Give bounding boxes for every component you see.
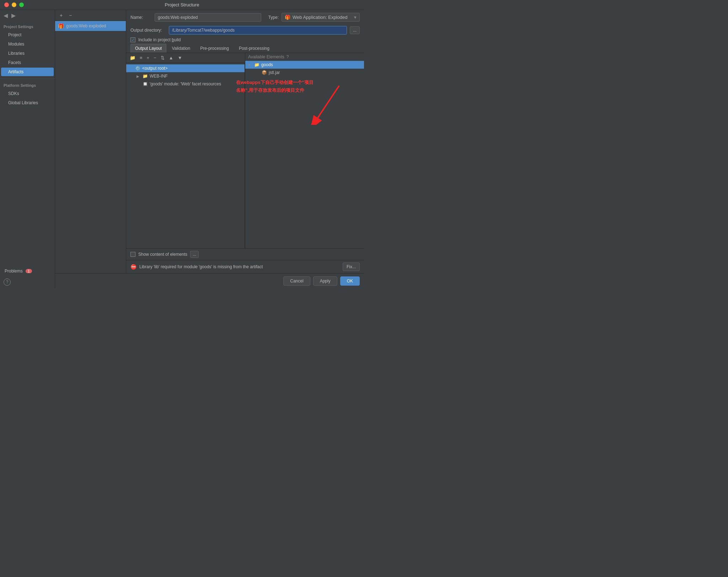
show-content-browse-button[interactable]: ...: [190, 251, 199, 258]
type-label: Type:: [268, 15, 279, 20]
output-dir-input[interactable]: [169, 26, 347, 35]
sidebar-item-modules[interactable]: Modules: [1, 40, 54, 48]
move-up-button[interactable]: ▲: [167, 54, 175, 61]
elements-panel: 📁 ≡ + − ⇅ ▲ ▼ ⚙️ <output: [126, 53, 364, 248]
sidebar-item-project[interactable]: Project: [1, 31, 54, 39]
show-content-label: Show content of elements: [138, 252, 187, 257]
include-checkbox-row: ✓ Include in project build: [126, 36, 364, 44]
show-content-checkbox[interactable]: [130, 252, 135, 257]
remove-artifact-button[interactable]: −: [66, 11, 74, 19]
ok-button[interactable]: OK: [340, 276, 360, 286]
include-checkbox[interactable]: ✓: [130, 37, 135, 42]
list-view-button[interactable]: ≡: [138, 54, 144, 61]
title-bar: Project Structure: [0, 0, 364, 10]
sidebar-nav: ◀ ▶: [0, 10, 55, 22]
name-label: Name:: [130, 15, 152, 20]
tree-item-output-root[interactable]: ⚙️ <output root>: [126, 64, 245, 72]
minimize-button[interactable]: [12, 2, 16, 7]
tree-item-jstl-jar[interactable]: 📦 jstl.jar: [245, 69, 364, 76]
dialog-buttons: Cancel Apply OK: [55, 273, 364, 288]
arrow-down-icon: ▾: [248, 63, 252, 67]
jar-icon: 📦: [262, 70, 267, 75]
tree-item-goods[interactable]: ▾ 📁 goods: [245, 61, 364, 69]
error-bar: ⛔ Library 'lib' required for module 'goo…: [126, 260, 364, 273]
goods-folder-icon: 📁: [254, 62, 259, 67]
titlebar-buttons: [4, 2, 24, 7]
annotation-container: 在webapps下自己手动创建一个"项目 名称",用于存放发布后的项目文件: [307, 82, 350, 126]
window-title: Project Structure: [165, 2, 199, 7]
tree-item-web-inf[interactable]: ▶ 📁 WEB-INF: [126, 72, 245, 80]
tab-post-processing[interactable]: Post-processing: [234, 44, 274, 53]
type-icon: 🎁: [285, 15, 290, 20]
right-tree-panel: Available Elements ? ▾ 📁 goods: [245, 53, 364, 248]
folder-view-button[interactable]: 📁: [128, 54, 137, 61]
type-value: Web Application: Exploded: [293, 15, 347, 20]
top-split: + − 🎁 goods:Web exploded Name: Type: 🎁: [55, 10, 364, 273]
tab-output-layout[interactable]: Output Layout: [130, 44, 166, 53]
name-row: Name: Type: 🎁 Web Application: Exploded …: [126, 10, 364, 25]
left-tree: ⚙️ <output root> ▶ 📁 WEB-INF: [126, 63, 245, 248]
move-down-button[interactable]: ▼: [176, 54, 184, 61]
sidebar-item-libraries[interactable]: Libraries: [1, 49, 54, 58]
artifact-column: + − 🎁 goods:Web exploded: [55, 10, 126, 273]
error-message: Library 'lib' required for module 'goods…: [139, 264, 340, 269]
output-dir-browse-button[interactable]: ...: [350, 26, 360, 34]
resource-icon: 🔲: [143, 81, 148, 86]
artifact-toolbar: + −: [55, 10, 126, 21]
center-panel: + − 🎁 goods:Web exploded Name: Type: 🎁: [55, 10, 364, 288]
error-icon: ⛔: [130, 264, 136, 270]
remove-element-button[interactable]: −: [152, 54, 158, 61]
chevron-down-icon: ▾: [354, 15, 357, 20]
folder-icon: 📁: [143, 74, 148, 79]
svg-line-1: [318, 86, 339, 118]
sidebar: ◀ ▶ Project Settings Project Modules Lib…: [0, 10, 55, 288]
sidebar-item-facets[interactable]: Facets: [1, 58, 54, 67]
tab-validation[interactable]: Validation: [167, 44, 195, 53]
artifact-item-label: goods:Web exploded: [66, 23, 106, 28]
project-settings-header: Project Settings: [0, 22, 55, 30]
left-panel-toolbar: 📁 ≡ + − ⇅ ▲ ▼: [126, 53, 245, 63]
maximize-button[interactable]: [19, 2, 24, 7]
show-content-section: Show content of elements ...: [126, 248, 364, 260]
sidebar-divider: [0, 79, 55, 79]
artifact-icon: 🎁: [58, 23, 64, 29]
add-artifact-button[interactable]: +: [57, 11, 65, 19]
check-icon: ✓: [132, 38, 135, 42]
red-arrow-svg: [307, 82, 350, 125]
apply-button[interactable]: Apply: [313, 276, 337, 286]
main-layout: ◀ ▶ Project Settings Project Modules Lib…: [0, 10, 364, 288]
close-button[interactable]: [4, 2, 9, 7]
name-input[interactable]: [155, 13, 261, 22]
fix-button[interactable]: Fix...: [343, 263, 360, 271]
sidebar-item-sdks[interactable]: SDKs: [1, 89, 54, 98]
platform-settings-header: Platform Settings: [0, 81, 55, 89]
nav-forward-icon[interactable]: ▶: [11, 12, 16, 19]
available-elements-header: Available Elements ?: [245, 53, 364, 61]
sidebar-item-global-libraries[interactable]: Global Libraries: [1, 99, 54, 107]
sidebar-item-problems[interactable]: Problems 1: [1, 267, 54, 275]
tab-pre-processing[interactable]: Pre-processing: [196, 44, 234, 53]
sort-button[interactable]: ⇅: [159, 54, 166, 61]
arrow-icon: ▶: [136, 74, 141, 78]
cancel-button[interactable]: Cancel: [283, 276, 310, 286]
help-icon[interactable]: ?: [287, 54, 289, 59]
help-button[interactable]: ?: [4, 279, 11, 286]
sidebar-item-artifacts[interactable]: Artifacts: [1, 68, 54, 76]
help-area: ?: [0, 276, 55, 288]
output-dir-row: Output directory: ...: [126, 25, 364, 36]
left-tree-panel: 📁 ≡ + − ⇅ ▲ ▼ ⚙️ <output: [126, 53, 245, 248]
tree-item-goods-resources[interactable]: 🔲 'goods' module: 'Web' facet resources: [126, 80, 245, 88]
annotation-text: 在webapps下自己手动创建一个"项目 名称",用于存放发布后的项目文件: [236, 79, 314, 94]
tabs-row: Output Layout Validation Pre-processing …: [126, 44, 364, 53]
right-tree-container: ▾ 📁 goods 📦 jstl.jar: [245, 61, 364, 248]
detail-column: Name: Type: 🎁 Web Application: Exploded …: [126, 10, 364, 273]
include-label: Include in project build: [138, 37, 181, 42]
nav-back-icon[interactable]: ◀: [4, 12, 8, 19]
output-dir-label: Output directory:: [130, 28, 166, 33]
add-element-button[interactable]: +: [145, 54, 151, 61]
output-root-icon: ⚙️: [135, 66, 140, 71]
artifact-item-goods[interactable]: 🎁 goods:Web exploded: [55, 21, 126, 31]
type-dropdown[interactable]: 🎁 Web Application: Exploded ▾: [282, 13, 360, 22]
problems-badge: 1: [26, 269, 32, 273]
